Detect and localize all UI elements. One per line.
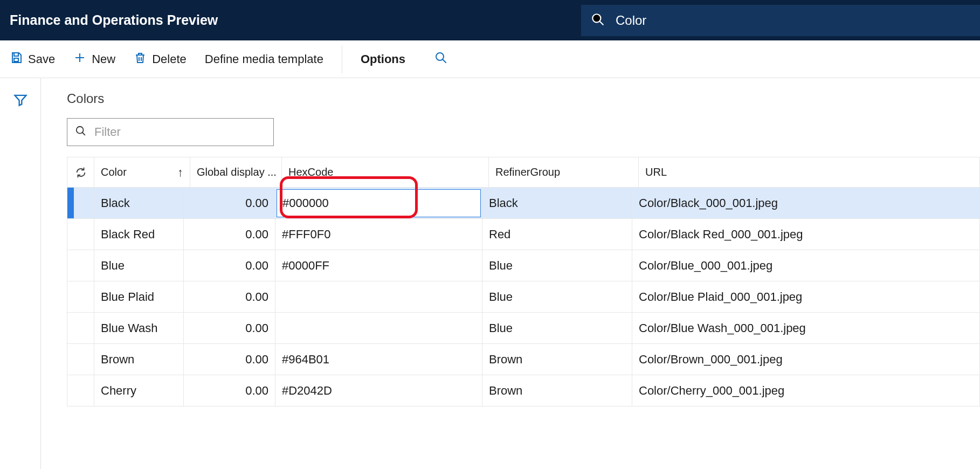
column-header-global-label: Global display ... [197,166,277,178]
row-gutter[interactable] [67,219,94,250]
cell-url[interactable]: Color/Cherry_000_001.jpeg [632,375,979,406]
grid-filter-input[interactable] [93,125,266,140]
cell-refiner-group[interactable]: Brown [482,375,632,406]
action-bar: Save New Delete Define media template Op… [0,40,980,78]
search-icon [591,12,605,29]
sort-asc-icon: ↑ [177,165,183,180]
svg-rect-2 [14,58,18,61]
svg-line-10 [82,133,85,135]
cell-global-display[interactable]: 0.00 [184,281,275,312]
hexcode-input[interactable] [278,190,412,216]
column-header-url[interactable]: URL [639,157,979,187]
grid-body: Black0.00BlackColor/Black_000_001.jpegBl… [67,188,979,406]
search-icon [75,125,87,139]
table-row[interactable]: Black Red0.00#FFF0F0RedColor/Black Red_0… [67,219,979,250]
cell-url[interactable]: Color/Brown_000_001.jpeg [632,344,979,375]
search-icon [434,51,447,67]
cell-refiner-group[interactable]: Blue [482,313,632,343]
define-media-button[interactable]: Define media template [205,52,323,66]
cell-color[interactable]: Black [94,188,184,218]
cell-url[interactable]: Color/Blue Plaid_000_001.jpeg [632,281,979,312]
row-gutter[interactable] [67,250,94,281]
cell-refiner-group[interactable]: Blue [482,281,632,312]
cell-hexcode[interactable]: #FFF0F0 [275,219,482,250]
cell-global-display[interactable]: 0.00 [184,250,275,281]
cell-color[interactable]: Blue Wash [94,313,184,343]
cell-hexcode[interactable]: #964B01 [275,344,482,375]
table-row[interactable]: Blue Wash0.00BlueColor/Blue Wash_000_001… [67,313,979,344]
cell-color[interactable]: Blue Plaid [94,281,184,312]
column-header-refiner[interactable]: RefinerGroup [489,157,639,187]
cell-global-display[interactable]: 0.00 [184,313,275,343]
row-gutter[interactable] [74,188,94,218]
options-label: Options [361,52,405,66]
cell-hexcode[interactable] [275,188,482,218]
cell-color[interactable]: Brown [94,344,184,375]
cell-url[interactable]: Color/Blue Wash_000_001.jpeg [632,313,979,343]
cell-hexcode[interactable] [275,313,482,343]
save-icon [10,51,23,67]
cell-hexcode[interactable]: #D2042D [275,375,482,406]
cell-global-display[interactable]: 0.00 [184,188,275,218]
row-gutter[interactable] [67,344,94,375]
column-header-global[interactable]: Global display ... [190,157,282,187]
trash-icon [134,51,147,67]
define-media-label: Define media template [205,52,323,66]
svg-line-8 [443,59,446,63]
cell-global-display[interactable]: 0.00 [184,344,275,375]
cell-global-display[interactable]: 0.00 [184,219,275,250]
cell-refiner-group[interactable]: Brown [482,344,632,375]
row-gutter[interactable] [67,281,94,312]
grid-header-row: Color ↑ Global display ... HexCode Refin… [67,157,979,188]
table-row[interactable]: Blue Plaid0.00BlueColor/Blue Plaid_000_0… [67,281,979,313]
cell-refiner-group[interactable]: Red [482,219,632,250]
main-area: Colors Color ↑ Global display ... [0,78,980,469]
column-header-color[interactable]: Color ↑ [94,157,190,187]
column-header-color-label: Color [101,166,127,178]
column-header-url-label: URL [645,166,667,178]
find-button[interactable] [434,51,447,67]
colors-grid: Color ↑ Global display ... HexCode Refin… [67,157,980,406]
save-button[interactable]: Save [10,51,55,67]
cell-global-display[interactable]: 0.00 [184,375,275,406]
plus-icon [73,51,86,67]
page-title: Colors [67,91,980,106]
global-search-text: Color [616,13,646,28]
save-label: Save [28,52,55,66]
cell-color[interactable]: Blue [94,250,184,281]
cell-url[interactable]: Color/Blue_000_001.jpeg [632,250,979,281]
table-row[interactable]: Blue0.00#0000FFBlueColor/Blue_000_001.jp… [67,250,979,281]
cell-refiner-group[interactable]: Black [482,188,632,218]
content: Colors Color ↑ Global display ... [41,78,980,469]
row-gutter[interactable] [67,375,94,406]
options-button[interactable]: Options [361,52,405,66]
cell-color[interactable]: Cherry [94,375,184,406]
column-header-hex[interactable]: HexCode [282,157,489,187]
cell-color[interactable]: Black Red [94,219,184,250]
global-search[interactable]: Color [581,5,980,36]
delete-label: Delete [152,52,187,66]
cell-refiner-group[interactable]: Blue [482,250,632,281]
row-select-bar [67,188,74,218]
action-divider [342,45,342,73]
cell-hexcode[interactable] [275,281,482,312]
grid-filter[interactable] [67,118,274,146]
filter-icon[interactable] [13,92,28,469]
top-nav: Finance and Operations Preview Color [0,0,980,40]
new-label: New [92,52,115,66]
svg-line-1 [599,21,603,25]
row-gutter[interactable] [67,313,94,343]
cell-hexcode[interactable]: #0000FF [275,250,482,281]
new-button[interactable]: New [73,51,115,67]
table-row[interactable]: Black0.00BlackColor/Black_000_001.jpeg [67,188,979,219]
table-row[interactable]: Brown0.00#964B01BrownColor/Brown_000_001… [67,344,979,375]
app-title: Finance and Operations Preview [0,12,218,28]
refresh-button[interactable] [67,157,94,187]
cell-url[interactable]: Color/Black_000_001.jpeg [632,188,979,218]
column-header-hex-label: HexCode [288,166,333,178]
delete-button[interactable]: Delete [134,51,187,67]
cell-url[interactable]: Color/Black Red_000_001.jpeg [632,219,979,250]
sidebar [0,78,41,469]
table-row[interactable]: Cherry0.00#D2042DBrownColor/Cherry_000_0… [67,375,979,406]
column-header-refiner-label: RefinerGroup [495,166,560,178]
